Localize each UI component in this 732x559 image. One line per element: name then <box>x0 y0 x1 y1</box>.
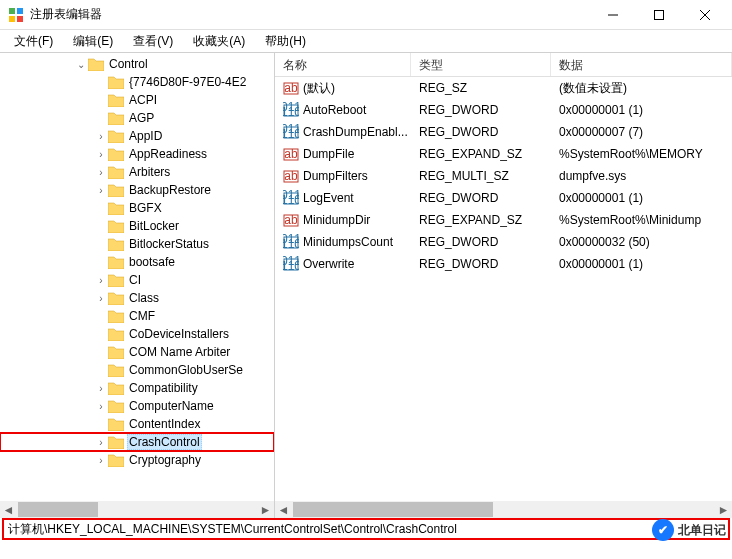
column-data[interactable]: 数据 <box>551 53 732 76</box>
app-icon <box>8 7 24 23</box>
svg-rect-5 <box>655 10 664 19</box>
cell-name: ab(默认) <box>275 80 411 97</box>
tree-item[interactable]: ContentIndex <box>0 415 274 433</box>
collapse-icon[interactable]: ⌄ <box>74 59 88 70</box>
tree-pane: ⌄ Control {7746D80F-97E0-4E2ACPIAGP›AppI… <box>0 53 275 518</box>
expand-icon[interactable]: › <box>94 149 108 160</box>
cell-type: REG_DWORD <box>411 125 551 139</box>
folder-icon <box>108 129 124 143</box>
tree-item[interactable]: AGP <box>0 109 274 127</box>
minimize-button[interactable] <box>590 0 636 30</box>
tree-item[interactable]: ›AppID <box>0 127 274 145</box>
menu-file[interactable]: 文件(F) <box>4 31 63 52</box>
list-row[interactable]: abDumpFileREG_EXPAND_SZ%SystemRoot%\MEMO… <box>275 143 732 165</box>
tree-label: ComputerName <box>127 399 216 413</box>
list-row[interactable]: ab(默认)REG_SZ(数值未设置) <box>275 77 732 99</box>
folder-icon <box>108 237 124 251</box>
list-row[interactable]: abDumpFiltersREG_MULTI_SZdumpfve.sys <box>275 165 732 187</box>
tree-item[interactable]: ›AppReadiness <box>0 145 274 163</box>
folder-icon <box>108 273 124 287</box>
list-row[interactable]: 011110AutoRebootREG_DWORD0x00000001 (1) <box>275 99 732 121</box>
expand-icon[interactable]: › <box>94 167 108 178</box>
cell-name: 011110LogEvent <box>275 190 411 206</box>
tree-item[interactable]: CommonGlobUserSe <box>0 361 274 379</box>
list-row[interactable]: 011110CrashDumpEnabl...REG_DWORD0x000000… <box>275 121 732 143</box>
folder-icon <box>108 75 124 89</box>
cell-data: (数值未设置) <box>551 80 732 97</box>
column-type[interactable]: 类型 <box>411 53 551 76</box>
tree-item[interactable]: BitLocker <box>0 217 274 235</box>
window-buttons <box>590 0 728 30</box>
watermark-badge-icon: ✔ <box>652 519 674 541</box>
scroll-thumb[interactable] <box>18 502 98 517</box>
status-path: 计算机\HKEY_LOCAL_MACHINE\SYSTEM\CurrentCon… <box>8 521 457 538</box>
expand-icon[interactable]: › <box>94 455 108 466</box>
tree-item[interactable]: ›CI <box>0 271 274 289</box>
tree-item[interactable]: CoDeviceInstallers <box>0 325 274 343</box>
scroll-right-icon[interactable]: ► <box>257 501 274 518</box>
svg-text:ab: ab <box>284 169 298 183</box>
value-icon: 011110 <box>283 102 299 118</box>
menu-edit[interactable]: 编辑(E) <box>63 31 123 52</box>
statusbar: 计算机\HKEY_LOCAL_MACHINE\SYSTEM\CurrentCon… <box>2 518 730 540</box>
tree-item[interactable]: ⌄ Control <box>0 55 274 73</box>
menu-view[interactable]: 查看(V) <box>123 31 183 52</box>
expand-icon[interactable]: › <box>94 401 108 412</box>
tree-scrollbar-h[interactable]: ◄ ► <box>0 501 274 518</box>
list-row[interactable]: 011110MinidumpsCountREG_DWORD0x00000032 … <box>275 231 732 253</box>
tree-item[interactable]: bootsafe <box>0 253 274 271</box>
scroll-left-icon[interactable]: ◄ <box>0 501 17 518</box>
expand-icon[interactable]: › <box>94 437 108 448</box>
expand-icon[interactable]: › <box>94 185 108 196</box>
expand-icon[interactable]: › <box>94 293 108 304</box>
scroll-thumb[interactable] <box>293 502 493 517</box>
tree-item[interactable]: CMF <box>0 307 274 325</box>
scroll-right-icon[interactable]: ► <box>715 501 732 518</box>
tree-item[interactable]: BGFX <box>0 199 274 217</box>
folder-icon <box>108 327 124 341</box>
tree-label: ACPI <box>127 93 159 107</box>
tree-item[interactable]: ›Class <box>0 289 274 307</box>
tree-item[interactable]: COM Name Arbiter <box>0 343 274 361</box>
scroll-left-icon[interactable]: ◄ <box>275 501 292 518</box>
tree-item[interactable]: BitlockerStatus <box>0 235 274 253</box>
registry-tree[interactable]: ⌄ Control {7746D80F-97E0-4E2ACPIAGP›AppI… <box>0 53 274 471</box>
tree-label: AppID <box>127 129 164 143</box>
maximize-button[interactable] <box>636 0 682 30</box>
folder-icon <box>108 381 124 395</box>
menu-favorites[interactable]: 收藏夹(A) <box>183 31 255 52</box>
expand-icon[interactable]: › <box>94 383 108 394</box>
tree-item[interactable]: ACPI <box>0 91 274 109</box>
cell-type: REG_MULTI_SZ <box>411 169 551 183</box>
list-scrollbar-h[interactable]: ◄ ► <box>275 501 732 518</box>
tree-item[interactable]: ›CrashControl <box>0 433 274 451</box>
cell-data: %SystemRoot%\Minidump <box>551 213 732 227</box>
tree-label: COM Name Arbiter <box>127 345 232 359</box>
menu-help[interactable]: 帮助(H) <box>255 31 316 52</box>
cell-data: 0x00000001 (1) <box>551 103 732 117</box>
cell-data: 0x00000001 (1) <box>551 257 732 271</box>
tree-item[interactable]: ›BackupRestore <box>0 181 274 199</box>
folder-icon <box>108 93 124 107</box>
svg-text:ab: ab <box>284 81 298 95</box>
list-row[interactable]: abMinidumpDirREG_EXPAND_SZ%SystemRoot%\M… <box>275 209 732 231</box>
tree-item[interactable]: ›ComputerName <box>0 397 274 415</box>
tree-item[interactable]: {7746D80F-97E0-4E2 <box>0 73 274 91</box>
tree-item[interactable]: ›Cryptography <box>0 451 274 469</box>
expand-icon[interactable]: › <box>94 275 108 286</box>
cell-type: REG_DWORD <box>411 103 551 117</box>
column-name[interactable]: 名称 <box>275 53 411 76</box>
tree-item[interactable]: ›Compatibility <box>0 379 274 397</box>
list-row[interactable]: 011110LogEventREG_DWORD0x00000001 (1) <box>275 187 732 209</box>
tree-label: CMF <box>127 309 157 323</box>
tree-label: Cryptography <box>127 453 203 467</box>
cell-data: %SystemRoot%\MEMORY <box>551 147 732 161</box>
tree-item[interactable]: ›Arbiters <box>0 163 274 181</box>
list-row[interactable]: 011110OverwriteREG_DWORD0x00000001 (1) <box>275 253 732 275</box>
svg-rect-3 <box>17 16 23 22</box>
folder-icon <box>108 435 124 449</box>
close-button[interactable] <box>682 0 728 30</box>
expand-icon[interactable]: › <box>94 131 108 142</box>
tree-label: Control <box>107 57 150 71</box>
watermark: ✔ 北单日记 <box>652 519 726 541</box>
